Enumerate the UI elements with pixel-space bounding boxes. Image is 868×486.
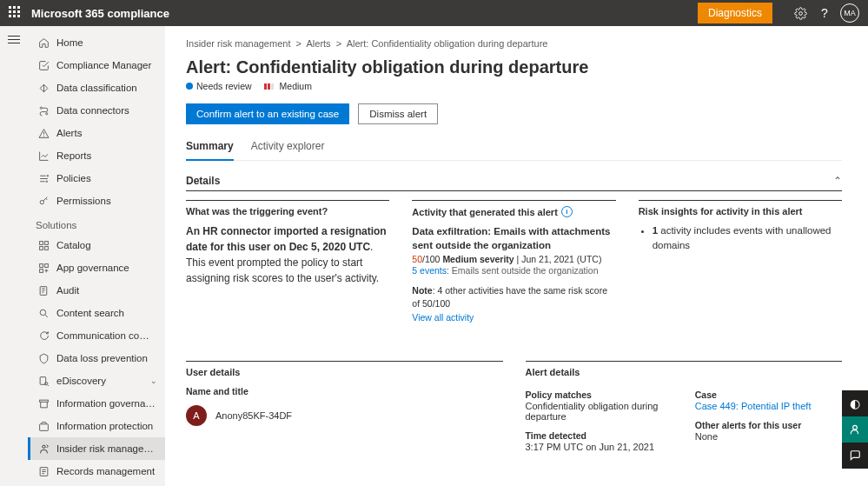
risk-insights-section: Risk insights for activity in this alert… <box>639 200 842 323</box>
app-title: Microsoft 365 compliance <box>31 7 169 20</box>
breadcrumb: Insider risk management > Alerts > Alert… <box>186 38 842 49</box>
search-icon <box>36 308 51 319</box>
sidebar-item-audit[interactable]: Audit <box>28 279 165 302</box>
top-bar: Microsoft 365 compliance Diagnostics ? M… <box>0 0 868 26</box>
classification-icon <box>36 83 51 94</box>
svg-rect-19 <box>39 423 48 430</box>
sidebar-item-compliance-manager[interactable]: Compliance Manager <box>28 54 165 77</box>
reports-icon <box>36 150 51 162</box>
chat-float-icon[interactable] <box>842 443 868 469</box>
svg-point-0 <box>798 11 802 15</box>
sidebar-item-content-search[interactable]: Content search <box>28 302 165 324</box>
help-icon[interactable]: ? <box>812 6 837 20</box>
activity-title: Data exfiltration: Emails with attachmen… <box>412 224 615 252</box>
case-link[interactable]: Case 449: Potential IP theft <box>695 401 842 411</box>
svg-point-2 <box>45 112 47 114</box>
svg-rect-10 <box>44 246 48 250</box>
diagnostics-button[interactable]: Diagnostics <box>698 3 772 23</box>
sidebar-item-dlp[interactable]: Data loss prevention <box>28 347 165 369</box>
svg-point-17 <box>44 382 47 384</box>
sidebar-item-home[interactable]: Home <box>28 31 165 54</box>
confirm-alert-button[interactable]: Confirm alert to an existing case <box>186 103 349 124</box>
info-icon[interactable]: i <box>561 206 573 217</box>
svg-rect-13 <box>39 269 43 272</box>
triggering-event-text: An HR connector imported a resignation d… <box>186 223 389 286</box>
view-all-activity-link[interactable]: View all activity <box>412 312 615 323</box>
sidebar-item-permissions[interactable]: Permissions <box>28 190 165 212</box>
sidebar-item-catalog[interactable]: Catalog <box>28 234 165 256</box>
sidebar-item-privacy[interactable]: Privacy management⌄ <box>28 483 165 486</box>
info-protection-icon <box>36 421 51 432</box>
severity-badge: Medium <box>264 81 312 91</box>
user-details-section: User details Name and title A Anony85KF-… <box>186 361 503 452</box>
sidebar-item-records[interactable]: Records management <box>28 460 165 483</box>
sidebar-item-data-connectors[interactable]: Data connectors <box>28 99 165 122</box>
sidebar-item-insider-risk[interactable]: Insider risk management <box>28 437 165 460</box>
svg-point-5 <box>45 180 47 182</box>
sidebar-item-info-protection[interactable]: Information protection <box>28 415 165 437</box>
svg-point-3 <box>43 136 44 136</box>
details-header: Details ⌃ <box>186 175 842 191</box>
user-avatar-small: A <box>186 405 207 426</box>
alerts-icon <box>36 128 51 139</box>
svg-point-4 <box>47 175 49 176</box>
info-governance-icon <box>36 398 51 409</box>
svg-rect-14 <box>40 286 47 295</box>
catalog-icon <box>36 240 51 251</box>
audit-icon <box>36 285 51 296</box>
status-row: Needs review Medium <box>186 81 842 91</box>
page-title: Alert: Confidentiality obligation during… <box>186 57 842 77</box>
hamburger-icon[interactable] <box>8 33 20 46</box>
svg-point-20 <box>42 445 44 448</box>
user-name: Anony85KF-34DF <box>215 410 292 421</box>
svg-rect-7 <box>39 241 43 244</box>
sidebar-item-info-governance[interactable]: Information governance <box>28 392 165 415</box>
sidebar-item-reports[interactable]: Reports <box>28 144 165 167</box>
breadcrumb-current: Alert: Confidentiality obligation during… <box>347 38 548 49</box>
tabs: Summary Activity explorer <box>186 135 842 161</box>
svg-rect-9 <box>39 246 43 250</box>
collapse-icon[interactable]: ⌃ <box>833 175 842 187</box>
insight-bullet: 1 activity includes events with unallowe… <box>653 223 842 254</box>
floating-actions: ◐ <box>842 390 868 469</box>
breadcrumb-link[interactable]: Alerts <box>307 38 331 49</box>
nav-rail <box>0 26 28 486</box>
records-icon <box>36 466 51 477</box>
feedback-float-icon[interactable] <box>842 416 868 443</box>
breadcrumb-link[interactable]: Insider risk management <box>186 38 290 49</box>
home-icon <box>36 37 51 49</box>
dlp-icon <box>36 353 51 364</box>
sidebar-item-policies[interactable]: Policies <box>28 167 165 190</box>
compliance-icon <box>36 60 51 71</box>
svg-point-24 <box>853 425 858 429</box>
communication-icon <box>36 330 51 342</box>
sidebar-item-ediscovery[interactable]: eDiscovery⌄ <box>28 369 165 392</box>
help-float-icon[interactable]: ◐ <box>842 390 868 416</box>
app-launcher-icon[interactable] <box>9 6 23 20</box>
app-governance-icon <box>36 263 51 274</box>
status-badge: Needs review <box>186 81 252 91</box>
chevron-down-icon: ⌄ <box>150 376 157 385</box>
activity-section: Activity that generated this alerti Data… <box>412 200 615 323</box>
insider-risk-icon <box>36 443 51 455</box>
ediscovery-icon <box>36 376 51 387</box>
svg-point-1 <box>40 107 42 109</box>
tab-activity-explorer[interactable]: Activity explorer <box>251 135 325 160</box>
sidebar-item-communication-compliance[interactable]: Communication compliance <box>28 324 165 347</box>
user-avatar[interactable]: MA <box>840 3 859 23</box>
main-content: Insider risk management > Alerts > Alert… <box>165 26 868 486</box>
sidebar-item-app-governance[interactable]: App governance <box>28 256 165 279</box>
sidebar: Home Compliance Manager Data classificat… <box>28 26 165 486</box>
alert-details-section: Alert details Policy matchesConfidential… <box>526 361 843 452</box>
svg-rect-11 <box>39 263 43 267</box>
dismiss-alert-button[interactable]: Dismiss alert <box>358 103 438 124</box>
svg-rect-8 <box>44 241 48 244</box>
sidebar-item-alerts[interactable]: Alerts <box>28 122 165 144</box>
events-link[interactable]: 5 events <box>412 265 447 276</box>
sidebar-item-data-classification[interactable]: Data classification <box>28 77 165 99</box>
svg-rect-18 <box>39 400 48 402</box>
sidebar-section-solutions: Solutions <box>28 212 165 234</box>
svg-point-6 <box>40 200 43 203</box>
settings-icon[interactable] <box>788 7 812 20</box>
tab-summary[interactable]: Summary <box>186 135 234 161</box>
